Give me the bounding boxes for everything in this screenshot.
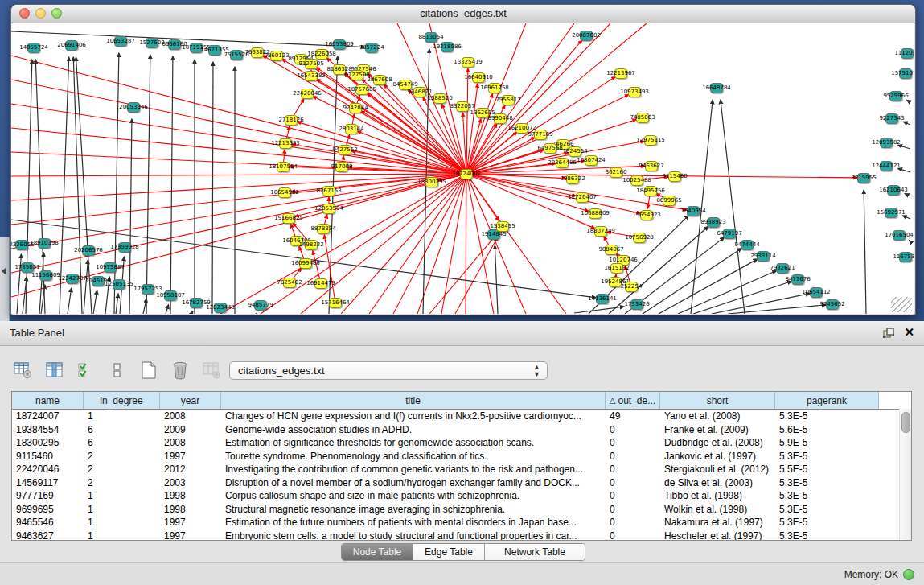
graph-edge[interactable] [11,128,466,174]
column-header-short[interactable]: short [660,392,775,409]
collapsed-panel-strip[interactable] [0,237,10,321]
graph-edge[interactable] [864,190,866,314]
graph-node[interactable]: 10653287 [114,36,127,47]
graph-node[interactable]: 1588520 [433,93,446,104]
graph-node[interactable]: 16914479 [314,278,327,289]
graph-node[interactable]: 362160 [610,167,622,178]
graph-node[interactable]: 1624554 [569,146,581,157]
tab-node-table[interactable]: Node Table [342,544,413,560]
graph-node[interactable]: 14055724 [27,43,40,53]
expand-panel-arrow-icon[interactable] [2,268,6,274]
graph-node[interactable]: 9084067 [605,245,618,255]
graph-node[interactable]: 16099486 [299,258,312,269]
graph-edge[interactable] [903,122,910,125]
graph-node[interactable]: 18107554 [277,162,290,172]
graph-node[interactable]: 7932621 [776,263,789,274]
graph-edge[interactable] [905,194,910,196]
graph-node[interactable]: 8267153 [322,186,335,196]
graph-node[interactable]: 9127505 [305,59,318,69]
graph-node[interactable]: 9463627 [645,161,658,171]
graph-edge[interactable] [93,290,97,314]
graph-node[interactable]: 2933114 [757,251,770,262]
graph-node[interactable]: 9474444 [741,240,754,250]
graph-edge[interactable] [116,294,118,314]
graph-edge[interactable] [146,55,150,314]
column-header-in_degree[interactable]: in_degree [84,392,160,409]
graph-node[interactable]: 8878334 [317,224,330,234]
table-row[interactable]: 1830029562008Estimation of significance … [12,436,911,450]
graph-node[interactable]: 1538455 [496,221,509,232]
graph-edge[interactable] [11,174,466,273]
graph-edge[interactable] [907,100,910,102]
table-row[interactable]: 946554611997Estimation of the future num… [12,516,911,529]
graph-edge[interactable] [212,62,213,314]
graph-node[interactable]: 14671355 [208,45,221,56]
scrollbar-thumb[interactable] [901,412,910,433]
graph-edge[interactable] [441,174,466,314]
graph-node[interactable]: 11156809 [39,270,52,281]
graph-node[interactable]: 16210643 [887,185,900,196]
close-icon[interactable]: ✕ [904,325,914,340]
column-header-title[interactable]: title [221,392,606,409]
table-settings-icon[interactable] [13,360,34,381]
row-height-icon[interactable] [107,360,128,381]
graph-node[interactable]: 1527602 [146,38,158,48]
graph-node[interactable]: 12093582 [880,138,893,148]
network-view-window[interactable]: citations_edges.txt 14055724206914061065… [10,4,916,315]
table-row[interactable]: 977716911998Corpus callosum shape and si… [12,489,911,503]
graph-node[interactable]: 12823448 [214,303,227,313]
graph-edge[interactable] [11,174,466,200]
graph-edge[interactable] [495,245,498,314]
graph-node[interactable]: 20087682 [580,31,593,41]
graph-node[interactable]: 16961758 [488,83,501,93]
table-scrollbar[interactable] [899,409,911,540]
graph-node[interactable]: 18757685 [355,84,368,95]
graph-node[interactable]: 20364486 [556,158,569,168]
graph-node[interactable]: 7955812 [502,95,515,105]
graph-edge[interactable] [466,68,468,174]
graph-edge[interactable] [466,174,526,314]
tab-edge-table[interactable]: Edge Table [413,544,485,560]
graph-node[interactable]: 1615132 [610,263,623,274]
graph-node[interactable]: 20691406 [65,40,78,51]
graph-edge[interactable] [466,174,494,314]
graph-edge[interactable] [728,305,826,314]
graph-edge[interactable] [256,313,257,314]
graph-node[interactable]: 13325419 [462,57,474,68]
graph-node[interactable]: 15751074 [899,68,912,79]
graph-node[interactable]: 917008 [335,162,348,172]
graph-node[interactable]: 17016504 [893,230,906,241]
graph-node[interactable]: 12720407 [576,192,589,203]
window-titlebar[interactable]: citations_edges.txt [11,5,915,23]
graph-node[interactable]: 12975115 [644,135,657,146]
graph-node[interactable]: 7515526 [230,50,243,60]
graph-node[interactable]: 2326055 [15,240,28,250]
graph-node[interactable]: 16648784 [710,83,723,93]
graph-node[interactable]: 12505135 [113,279,125,290]
new-table-icon[interactable] [138,360,159,381]
graph-node[interactable]: 12342737 [66,274,79,284]
graph-node[interactable]: 14136141 [596,294,609,304]
graph-node[interactable]: 18724007 [460,169,473,179]
graph-node[interactable]: 18910398 [38,238,51,249]
graph-node[interactable]: 2867608 [373,75,386,85]
graph-edge[interactable] [11,174,466,225]
graph-node[interactable]: 17359928 [118,242,131,253]
tab-network-table[interactable]: Network Table [485,544,585,560]
graph-edge[interactable] [191,311,193,314]
graph-edge[interactable] [170,56,173,314]
graph-edge[interactable] [910,241,910,241]
graph-node[interactable]: 9860123 [270,51,283,61]
float-window-icon[interactable] [882,327,895,340]
graph-node[interactable]: 9777169 [534,130,547,140]
delete-column-disabled-icon[interactable] [201,360,222,381]
graph-edge[interactable] [466,174,640,213]
graph-node[interactable]: 6966160 [168,39,181,50]
graph-node[interactable]: 7663822 [251,47,264,58]
graph-node[interactable]: 1640954 [687,206,700,216]
table-row[interactable]: 911546021997Tourette syndrome. Phenomeno… [12,450,911,463]
show-columns-icon[interactable] [44,360,65,381]
graph-edge[interactable] [902,216,910,219]
select-all-rows-icon[interactable] [76,360,97,381]
delete-table-icon[interactable] [170,360,191,381]
